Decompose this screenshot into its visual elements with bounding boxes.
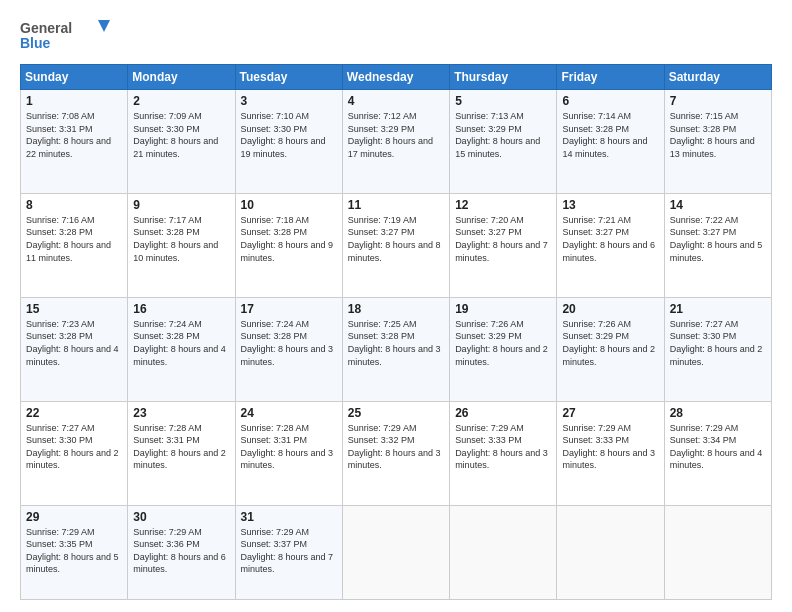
day-number: 11 [348, 198, 444, 212]
day-number: 29 [26, 510, 122, 524]
calendar-week-5: 29 Sunrise: 7:29 AM Sunset: 3:35 PM Dayl… [21, 505, 772, 600]
day-number: 13 [562, 198, 658, 212]
day-info: Sunrise: 7:27 AM Sunset: 3:30 PM Dayligh… [26, 422, 122, 472]
calendar-cell: 13 Sunrise: 7:21 AM Sunset: 3:27 PM Dayl… [557, 193, 664, 297]
calendar-cell [450, 505, 557, 600]
day-info: Sunrise: 7:29 AM Sunset: 3:37 PM Dayligh… [241, 526, 337, 576]
calendar-cell [342, 505, 449, 600]
calendar-cell: 10 Sunrise: 7:18 AM Sunset: 3:28 PM Dayl… [235, 193, 342, 297]
logo: General Blue [20, 18, 110, 54]
page: General Blue SundayMondayTuesdayWednesda… [0, 0, 792, 612]
day-number: 17 [241, 302, 337, 316]
calendar-cell: 21 Sunrise: 7:27 AM Sunset: 3:30 PM Dayl… [664, 297, 771, 401]
day-number: 2 [133, 94, 229, 108]
day-number: 9 [133, 198, 229, 212]
day-number: 12 [455, 198, 551, 212]
day-number: 5 [455, 94, 551, 108]
day-header-sunday: Sunday [21, 65, 128, 90]
day-info: Sunrise: 7:24 AM Sunset: 3:28 PM Dayligh… [241, 318, 337, 368]
day-info: Sunrise: 7:29 AM Sunset: 3:33 PM Dayligh… [562, 422, 658, 472]
calendar-cell: 15 Sunrise: 7:23 AM Sunset: 3:28 PM Dayl… [21, 297, 128, 401]
day-number: 14 [670, 198, 766, 212]
day-header-thursday: Thursday [450, 65, 557, 90]
calendar-week-1: 1 Sunrise: 7:08 AM Sunset: 3:31 PM Dayli… [21, 90, 772, 194]
calendar-week-4: 22 Sunrise: 7:27 AM Sunset: 3:30 PM Dayl… [21, 401, 772, 505]
day-info: Sunrise: 7:24 AM Sunset: 3:28 PM Dayligh… [133, 318, 229, 368]
day-number: 24 [241, 406, 337, 420]
day-number: 26 [455, 406, 551, 420]
calendar-cell: 1 Sunrise: 7:08 AM Sunset: 3:31 PM Dayli… [21, 90, 128, 194]
day-info: Sunrise: 7:10 AM Sunset: 3:30 PM Dayligh… [241, 110, 337, 160]
svg-text:General: General [20, 20, 72, 36]
day-info: Sunrise: 7:19 AM Sunset: 3:27 PM Dayligh… [348, 214, 444, 264]
day-number: 27 [562, 406, 658, 420]
day-info: Sunrise: 7:22 AM Sunset: 3:27 PM Dayligh… [670, 214, 766, 264]
day-header-saturday: Saturday [664, 65, 771, 90]
svg-marker-2 [98, 20, 110, 32]
calendar-week-3: 15 Sunrise: 7:23 AM Sunset: 3:28 PM Dayl… [21, 297, 772, 401]
day-info: Sunrise: 7:20 AM Sunset: 3:27 PM Dayligh… [455, 214, 551, 264]
day-info: Sunrise: 7:26 AM Sunset: 3:29 PM Dayligh… [562, 318, 658, 368]
calendar-cell: 24 Sunrise: 7:28 AM Sunset: 3:31 PM Dayl… [235, 401, 342, 505]
day-info: Sunrise: 7:27 AM Sunset: 3:30 PM Dayligh… [670, 318, 766, 368]
day-info: Sunrise: 7:29 AM Sunset: 3:32 PM Dayligh… [348, 422, 444, 472]
calendar-table: SundayMondayTuesdayWednesdayThursdayFrid… [20, 64, 772, 600]
day-info: Sunrise: 7:25 AM Sunset: 3:28 PM Dayligh… [348, 318, 444, 368]
calendar-cell: 14 Sunrise: 7:22 AM Sunset: 3:27 PM Dayl… [664, 193, 771, 297]
calendar-cell: 30 Sunrise: 7:29 AM Sunset: 3:36 PM Dayl… [128, 505, 235, 600]
day-info: Sunrise: 7:18 AM Sunset: 3:28 PM Dayligh… [241, 214, 337, 264]
calendar-cell: 9 Sunrise: 7:17 AM Sunset: 3:28 PM Dayli… [128, 193, 235, 297]
day-number: 25 [348, 406, 444, 420]
logo-svg: General Blue [20, 18, 110, 54]
day-header-monday: Monday [128, 65, 235, 90]
day-info: Sunrise: 7:29 AM Sunset: 3:35 PM Dayligh… [26, 526, 122, 576]
calendar-cell: 5 Sunrise: 7:13 AM Sunset: 3:29 PM Dayli… [450, 90, 557, 194]
day-number: 8 [26, 198, 122, 212]
day-info: Sunrise: 7:29 AM Sunset: 3:33 PM Dayligh… [455, 422, 551, 472]
day-info: Sunrise: 7:16 AM Sunset: 3:28 PM Dayligh… [26, 214, 122, 264]
calendar-cell: 22 Sunrise: 7:27 AM Sunset: 3:30 PM Dayl… [21, 401, 128, 505]
day-number: 16 [133, 302, 229, 316]
calendar-cell: 20 Sunrise: 7:26 AM Sunset: 3:29 PM Dayl… [557, 297, 664, 401]
calendar-header-row: SundayMondayTuesdayWednesdayThursdayFrid… [21, 65, 772, 90]
day-number: 7 [670, 94, 766, 108]
day-info: Sunrise: 7:12 AM Sunset: 3:29 PM Dayligh… [348, 110, 444, 160]
calendar-cell: 29 Sunrise: 7:29 AM Sunset: 3:35 PM Dayl… [21, 505, 128, 600]
day-number: 4 [348, 94, 444, 108]
day-info: Sunrise: 7:29 AM Sunset: 3:36 PM Dayligh… [133, 526, 229, 576]
day-number: 15 [26, 302, 122, 316]
calendar-cell: 19 Sunrise: 7:26 AM Sunset: 3:29 PM Dayl… [450, 297, 557, 401]
calendar-cell: 18 Sunrise: 7:25 AM Sunset: 3:28 PM Dayl… [342, 297, 449, 401]
day-number: 1 [26, 94, 122, 108]
calendar-cell: 4 Sunrise: 7:12 AM Sunset: 3:29 PM Dayli… [342, 90, 449, 194]
header: General Blue [20, 18, 772, 54]
day-header-wednesday: Wednesday [342, 65, 449, 90]
day-info: Sunrise: 7:08 AM Sunset: 3:31 PM Dayligh… [26, 110, 122, 160]
day-number: 30 [133, 510, 229, 524]
day-number: 23 [133, 406, 229, 420]
calendar-cell [557, 505, 664, 600]
calendar-cell [664, 505, 771, 600]
day-number: 28 [670, 406, 766, 420]
day-number: 22 [26, 406, 122, 420]
day-number: 20 [562, 302, 658, 316]
calendar-cell: 25 Sunrise: 7:29 AM Sunset: 3:32 PM Dayl… [342, 401, 449, 505]
day-number: 31 [241, 510, 337, 524]
day-info: Sunrise: 7:09 AM Sunset: 3:30 PM Dayligh… [133, 110, 229, 160]
calendar-cell: 2 Sunrise: 7:09 AM Sunset: 3:30 PM Dayli… [128, 90, 235, 194]
calendar-cell: 16 Sunrise: 7:24 AM Sunset: 3:28 PM Dayl… [128, 297, 235, 401]
day-number: 21 [670, 302, 766, 316]
day-info: Sunrise: 7:21 AM Sunset: 3:27 PM Dayligh… [562, 214, 658, 264]
day-info: Sunrise: 7:15 AM Sunset: 3:28 PM Dayligh… [670, 110, 766, 160]
calendar-cell: 28 Sunrise: 7:29 AM Sunset: 3:34 PM Dayl… [664, 401, 771, 505]
calendar-cell: 27 Sunrise: 7:29 AM Sunset: 3:33 PM Dayl… [557, 401, 664, 505]
day-info: Sunrise: 7:28 AM Sunset: 3:31 PM Dayligh… [241, 422, 337, 472]
day-info: Sunrise: 7:28 AM Sunset: 3:31 PM Dayligh… [133, 422, 229, 472]
day-info: Sunrise: 7:23 AM Sunset: 3:28 PM Dayligh… [26, 318, 122, 368]
calendar-cell: 23 Sunrise: 7:28 AM Sunset: 3:31 PM Dayl… [128, 401, 235, 505]
calendar-week-2: 8 Sunrise: 7:16 AM Sunset: 3:28 PM Dayli… [21, 193, 772, 297]
calendar-cell: 3 Sunrise: 7:10 AM Sunset: 3:30 PM Dayli… [235, 90, 342, 194]
day-info: Sunrise: 7:14 AM Sunset: 3:28 PM Dayligh… [562, 110, 658, 160]
calendar-cell: 31 Sunrise: 7:29 AM Sunset: 3:37 PM Dayl… [235, 505, 342, 600]
calendar-cell: 12 Sunrise: 7:20 AM Sunset: 3:27 PM Dayl… [450, 193, 557, 297]
